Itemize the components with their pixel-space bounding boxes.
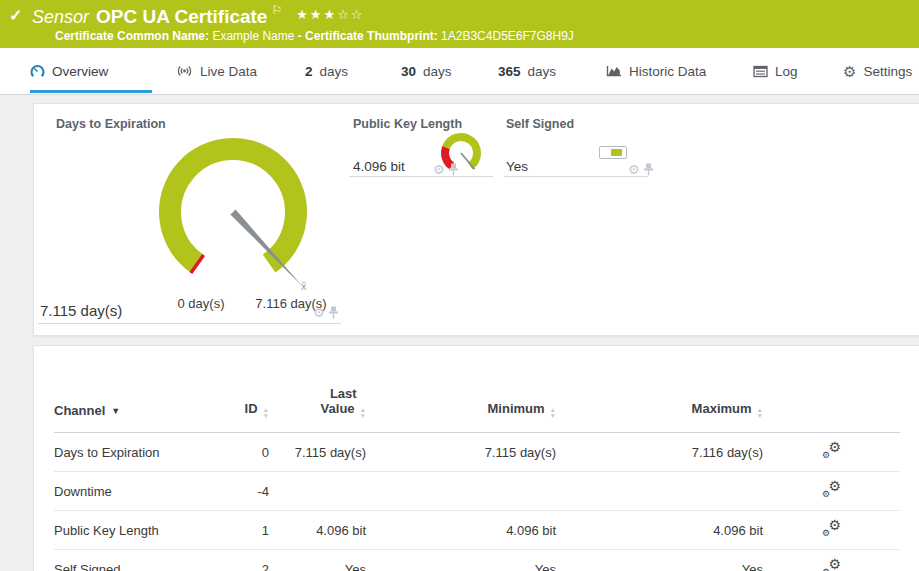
sort-icon: ▲▼ <box>550 407 556 418</box>
table-row: Downtime -4 ⚙⚙ <box>54 472 900 511</box>
gauge-cell-actions: ⚙ <box>433 163 459 176</box>
gauge-min-label: 0 day(s) <box>178 296 225 311</box>
tab-live-data[interactable]: Live Data <box>176 48 257 94</box>
channel-minimum <box>366 472 556 511</box>
channel-minimum: Yes <box>366 550 556 571</box>
channel-name[interactable]: Public Key Length <box>54 511 224 550</box>
channel-name[interactable]: Days to Expiration <box>54 433 224 472</box>
channel-last-value <box>269 472 366 511</box>
header-channel[interactable]: Channel▼ <box>54 346 224 433</box>
header-id[interactable]: ID▲▼ <box>224 346 269 433</box>
channel-id: 2 <box>224 550 269 571</box>
channel-id: -4 <box>224 472 269 511</box>
common-name-label: Certificate Common Name: <box>55 29 209 43</box>
channel-id: 0 <box>224 433 269 472</box>
sort-icon: ▲▼ <box>263 407 269 418</box>
gear-icon[interactable]: ⚙ <box>313 306 325 319</box>
log-list-icon <box>753 65 768 78</box>
overview-content: Days to Expiration 0 day(s) 7.116 day(s)… <box>0 95 919 571</box>
tab-2-days[interactable]: 2 days <box>305 48 348 94</box>
public-key-length-value: 4.096 bit <box>353 159 405 174</box>
sensor-title-row: SensorOPC UA Certificate⚐★★★☆☆ <box>32 3 364 28</box>
gauge-cell-actions: ⚙ <box>628 163 654 176</box>
cell-divider <box>38 323 341 324</box>
channel-minimum: 4.096 bit <box>366 511 556 550</box>
channel-id: 1 <box>224 511 269 550</box>
gauge-icon <box>30 64 45 79</box>
sensor-type-label: Sensor <box>32 7 89 27</box>
tab-365-days[interactable]: 365 days <box>498 48 556 94</box>
area-chart-icon <box>606 64 622 78</box>
self-signed-indicator-on-segment <box>611 149 622 156</box>
gear-icon: ⚙ <box>843 64 856 79</box>
channels-table: Channel▼ ID▲▼ LastValue▲▼ Minimum▲▼ Maxi… <box>54 346 900 571</box>
pin-icon[interactable] <box>448 163 459 176</box>
self-signed-indicator <box>599 146 627 159</box>
edit-channel-icon[interactable]: ⚙⚙ <box>822 520 841 537</box>
table-row: Public Key Length 1 4.096 bit 4.096 bit … <box>54 511 900 550</box>
table-header-row: Channel▼ ID▲▼ LastValue▲▼ Minimum▲▼ Maxi… <box>54 346 900 433</box>
channel-last-value: Yes <box>269 550 366 571</box>
days-to-expiration-value: 7.115 day(s) <box>40 302 122 319</box>
pin-icon[interactable] <box>328 306 339 319</box>
header-last-value[interactable]: LastValue▲▼ <box>269 346 366 433</box>
sensor-status-message: Certificate Common Name: Example Name - … <box>55 29 574 43</box>
sort-icon: ▲▼ <box>360 407 366 418</box>
tab-bar: Overview Live Data 2 days 30 days 365 da… <box>0 48 919 95</box>
sort-active-icon: ▼ <box>111 406 120 416</box>
channel-minimum: 7.115 day(s) <box>366 433 556 472</box>
edit-channel-icon[interactable]: ⚙⚙ <box>822 559 841 571</box>
gauge-average-marker: x̄ <box>301 280 307 292</box>
channel-last-value: 7.115 day(s) <box>269 433 366 472</box>
cell-divider <box>504 176 648 177</box>
tab-historic-data[interactable]: Historic Data <box>606 48 706 94</box>
channels-panel: Channel▼ ID▲▼ LastValue▲▼ Minimum▲▼ Maxi… <box>33 345 919 571</box>
common-name-value: Example Name <box>212 29 294 43</box>
priority-stars[interactable]: ★★★☆☆ <box>296 7 364 22</box>
header-actions <box>763 346 900 433</box>
table-row: Days to Expiration 0 7.115 day(s) 7.115 … <box>54 433 900 472</box>
channel-last-value: 4.096 bit <box>269 511 366 550</box>
channel-name[interactable]: Self Signed <box>54 550 224 571</box>
tab-settings[interactable]: ⚙ Settings <box>843 48 912 94</box>
days-to-expiration-title: Days to Expiration <box>56 117 166 131</box>
table-row: Self Signed 2 Yes Yes Yes ⚙⚙ <box>54 550 900 571</box>
gear-icon[interactable]: ⚙ <box>433 163 445 176</box>
edit-channel-icon[interactable]: ⚙⚙ <box>822 442 841 459</box>
pin-icon[interactable] <box>643 163 654 176</box>
header-maximum[interactable]: Maximum▲▼ <box>556 346 763 433</box>
thumbprint-label: - Certificate Thumbprint: <box>298 29 438 43</box>
channel-maximum: 4.096 bit <box>556 511 763 550</box>
cell-divider <box>349 176 493 177</box>
channel-name[interactable]: Downtime <box>54 472 224 511</box>
thumbprint-value: 1A2B3C4D5E6F7G8H9J <box>441 29 574 43</box>
sensor-header-banner: ✓ SensorOPC UA Certificate⚐★★★☆☆ Certifi… <box>0 0 919 48</box>
live-signal-icon <box>176 64 193 78</box>
header-minimum[interactable]: Minimum▲▼ <box>366 346 556 433</box>
tab-overview[interactable]: Overview <box>30 48 152 94</box>
sensor-name: OPC UA Certificate <box>96 6 267 27</box>
status-ok-check-icon: ✓ <box>9 6 22 25</box>
tab-log[interactable]: Log <box>753 48 798 94</box>
channel-maximum: 7.116 day(s) <box>556 433 763 472</box>
flag-icon[interactable]: ⚐ <box>271 3 282 17</box>
self-signed-value: Yes <box>506 159 528 174</box>
edit-channel-icon[interactable]: ⚙⚙ <box>822 481 841 498</box>
gauges-panel: Days to Expiration 0 day(s) 7.116 day(s)… <box>33 103 919 336</box>
channel-maximum: Yes <box>556 550 763 571</box>
self-signed-title: Self Signed <box>506 117 574 131</box>
days-to-expiration-gauge <box>148 133 318 293</box>
channel-maximum <box>556 472 763 511</box>
tab-30-days[interactable]: 30 days <box>401 48 452 94</box>
sort-icon: ▲▼ <box>757 407 763 418</box>
gauge-cell-actions: ⚙ <box>313 306 339 319</box>
gear-icon[interactable]: ⚙ <box>628 163 640 176</box>
